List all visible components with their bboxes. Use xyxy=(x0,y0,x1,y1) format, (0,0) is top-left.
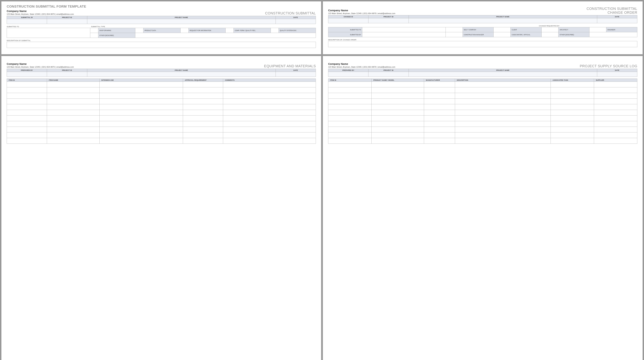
cell[interactable] xyxy=(594,138,637,144)
cell[interactable] xyxy=(551,138,594,144)
cell[interactable] xyxy=(100,116,183,121)
input-submitted-to[interactable] xyxy=(7,28,90,38)
cell[interactable] xyxy=(223,127,316,132)
cell[interactable] xyxy=(594,82,637,87)
cell[interactable] xyxy=(7,127,47,132)
check-other[interactable] xyxy=(90,33,98,38)
cell[interactable] xyxy=(372,93,424,99)
input-project-name[interactable] xyxy=(87,72,276,77)
cell[interactable] xyxy=(7,82,47,87)
cell[interactable] xyxy=(455,110,550,116)
cell[interactable] xyxy=(183,138,223,144)
cell[interactable] xyxy=(594,121,637,127)
cell[interactable] xyxy=(223,121,316,127)
cell[interactable] xyxy=(594,110,637,116)
cell[interactable] xyxy=(594,87,637,93)
cell[interactable] xyxy=(424,87,455,93)
cell[interactable] xyxy=(328,132,372,138)
cell[interactable] xyxy=(47,127,100,132)
cell[interactable] xyxy=(455,116,550,121)
cell[interactable] xyxy=(328,104,372,110)
input-submitted-by[interactable] xyxy=(362,32,446,37)
cell[interactable] xyxy=(551,104,594,110)
cell[interactable] xyxy=(328,127,372,132)
check-rfi[interactable] xyxy=(180,28,188,33)
cell[interactable] xyxy=(100,87,183,93)
cell[interactable] xyxy=(223,93,316,99)
cell[interactable] xyxy=(424,116,455,121)
cell[interactable] xyxy=(47,87,100,93)
cell[interactable] xyxy=(551,121,594,127)
cell[interactable] xyxy=(328,121,372,127)
cell[interactable] xyxy=(183,93,223,99)
check-engineer[interactable] xyxy=(589,27,606,32)
cell[interactable] xyxy=(594,116,637,121)
cell[interactable] xyxy=(100,110,183,116)
cell[interactable] xyxy=(594,99,637,104)
cell[interactable] xyxy=(424,104,455,110)
cell[interactable] xyxy=(424,132,455,138)
check-product-data[interactable] xyxy=(135,28,144,33)
cell[interactable] xyxy=(594,132,637,138)
cell[interactable] xyxy=(47,93,100,99)
cell[interactable] xyxy=(7,138,47,144)
cell[interactable] xyxy=(551,82,594,87)
input-desc-submittal[interactable] xyxy=(7,42,316,48)
input-project-name[interactable] xyxy=(408,72,597,77)
check-shop-drawing[interactable] xyxy=(90,28,98,33)
cell[interactable] xyxy=(100,82,183,87)
input-date[interactable] xyxy=(276,72,316,77)
cell[interactable] xyxy=(183,87,223,93)
cell[interactable] xyxy=(372,132,424,138)
cell[interactable] xyxy=(372,116,424,121)
input-prepared-by[interactable] xyxy=(7,72,47,77)
input-change-id[interactable] xyxy=(328,18,368,23)
check-cm[interactable] xyxy=(446,32,463,37)
cell[interactable] xyxy=(328,93,372,99)
cell[interactable] xyxy=(7,110,47,116)
cell[interactable] xyxy=(372,104,424,110)
cell[interactable] xyxy=(551,99,594,104)
cell[interactable] xyxy=(47,99,100,104)
cell[interactable] xyxy=(223,116,316,121)
cell[interactable] xyxy=(594,104,637,110)
cell[interactable] xyxy=(551,127,594,132)
cell[interactable] xyxy=(455,93,550,99)
cell[interactable] xyxy=(183,127,223,132)
cell[interactable] xyxy=(7,104,47,110)
cell[interactable] xyxy=(372,87,424,93)
cell[interactable] xyxy=(551,93,594,99)
cell[interactable] xyxy=(424,99,455,104)
cell[interactable] xyxy=(551,116,594,121)
cell[interactable] xyxy=(47,104,100,110)
cell[interactable] xyxy=(47,110,100,116)
cell[interactable] xyxy=(47,138,100,144)
input-date[interactable] xyxy=(597,18,637,23)
input-project-id[interactable] xyxy=(368,18,408,23)
cell[interactable] xyxy=(183,121,223,127)
cell[interactable] xyxy=(424,110,455,116)
cell[interactable] xyxy=(372,138,424,144)
cell[interactable] xyxy=(372,82,424,87)
cell[interactable] xyxy=(328,138,372,144)
cell[interactable] xyxy=(183,110,223,116)
input-project-id[interactable] xyxy=(47,19,87,24)
cell[interactable] xyxy=(47,82,100,87)
cell[interactable] xyxy=(100,121,183,127)
cell[interactable] xyxy=(7,99,47,104)
cell[interactable] xyxy=(223,138,316,144)
cell[interactable] xyxy=(183,104,223,110)
cell[interactable] xyxy=(424,82,455,87)
cell[interactable] xyxy=(7,93,47,99)
cell[interactable] xyxy=(328,99,372,104)
check-comp-form[interactable] xyxy=(226,28,234,33)
input-other-desc[interactable] xyxy=(589,32,637,37)
cell[interactable] xyxy=(455,132,550,138)
cell[interactable] xyxy=(223,110,316,116)
cell[interactable] xyxy=(47,121,100,127)
cell[interactable] xyxy=(424,121,455,127)
cell[interactable] xyxy=(594,127,637,132)
cell[interactable] xyxy=(328,110,372,116)
cell[interactable] xyxy=(183,99,223,104)
cell[interactable] xyxy=(183,132,223,138)
